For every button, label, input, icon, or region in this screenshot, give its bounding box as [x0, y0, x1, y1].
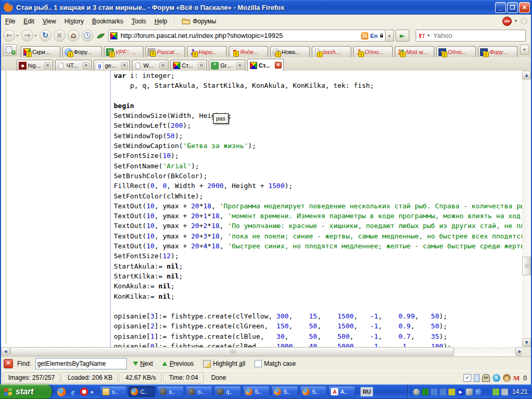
- quick-launch-ie-icon[interactable]: e: [69, 388, 77, 396]
- find-close-button[interactable]: ✕: [4, 359, 13, 368]
- skype-icon[interactable]: S: [493, 374, 500, 382]
- tab[interactable]: !Скри...: [21, 46, 60, 57]
- quick-launch-opera-icon[interactable]: [80, 388, 88, 396]
- forward-button[interactable]: →: [21, 30, 33, 42]
- minimize-button[interactable]: _: [495, 2, 506, 13]
- taskbar-task-firefox[interactable]: S..: [300, 386, 327, 397]
- history-clock-button[interactable]: [82, 30, 94, 42]
- tab[interactable]: ◆hig...✕: [17, 60, 53, 71]
- tray-download-manager-icon[interactable]: [484, 389, 490, 395]
- taskbar-task-ball[interactable]: o..: [185, 386, 212, 397]
- tab[interactable]: ЧТ...✕: [55, 60, 91, 71]
- adblock-dropdown-icon[interactable]: ▼: [514, 19, 518, 23]
- tab-close-icon[interactable]: ✕: [83, 62, 89, 69]
- vertical-scrollbar[interactable]: ▲ ▼: [522, 71, 531, 347]
- tab-list-dropdown[interactable]: ▼: [520, 45, 529, 55]
- rip-icon[interactable]: RIP: [482, 374, 490, 382]
- translate-lang-label[interactable]: En: [370, 33, 378, 39]
- adblock-icon[interactable]: ABP: [502, 17, 512, 26]
- tray-net-activity-icon[interactable]: [413, 389, 420, 395]
- title-bar[interactable]: Стаи рыб.. 1 хищная и 3 стаи мирные.. - …: [0, 0, 532, 15]
- taskbar-clock[interactable]: 14:21: [512, 388, 528, 395]
- scroll-left-button[interactable]: ◀: [1, 347, 10, 356]
- search-box[interactable]: Y! ▼: [416, 30, 526, 42]
- vertical-scroll-thumb[interactable]: [522, 257, 531, 275]
- taskbar-task-acrobat[interactable]: AA..: [328, 386, 355, 397]
- tray-green-grid-icon[interactable]: [422, 389, 429, 395]
- tray-media-player-icon[interactable]: ▶: [457, 389, 464, 395]
- tab-close-icon[interactable]: ✕: [236, 62, 243, 69]
- tray-volume-icon[interactable]: [501, 389, 508, 395]
- tab-close-icon[interactable]: ✕: [275, 62, 282, 69]
- menu-bookmarks[interactable]: Bookmarks: [88, 16, 127, 27]
- taskbar-task-ball[interactable]: q..: [214, 386, 241, 397]
- go-button[interactable]: ►: [395, 30, 409, 42]
- url-history-dropdown[interactable]: ▼: [385, 30, 394, 42]
- scroll-down-button[interactable]: ▼: [522, 338, 531, 347]
- taskbar-task-firefox[interactable]: C..: [128, 386, 155, 397]
- search-engine-dropdown-icon[interactable]: ▼: [427, 33, 431, 38]
- close-button[interactable]: ✕: [519, 2, 530, 13]
- tab[interactable]: gge...✕: [94, 60, 130, 71]
- tab-close-icon[interactable]: ✕: [159, 62, 166, 69]
- tray-agent-icon[interactable]: [475, 389, 482, 395]
- taskbar-task-ball[interactable]: s..: [157, 386, 184, 397]
- menu-file[interactable]: File: [1, 16, 19, 27]
- tray-network-pc-a-icon[interactable]: [431, 389, 437, 395]
- tab[interactable]: !Одно...: [353, 46, 393, 57]
- match-case-checkbox[interactable]: Match case: [252, 359, 298, 368]
- language-indicator[interactable]: RU: [361, 387, 373, 396]
- tab[interactable]: Ст...✕: [170, 60, 207, 71]
- tab-close-icon[interactable]: ✕: [121, 62, 128, 69]
- taskbar-task-firefox[interactable]: S..: [271, 386, 298, 397]
- taskbar-task-firefox[interactable]: S..: [243, 386, 270, 397]
- menu-tools[interactable]: Tools: [127, 16, 150, 27]
- tab[interactable]: Gr...✕: [209, 60, 245, 71]
- rss-feed-icon[interactable]: [361, 32, 368, 39]
- tray-wand-icon[interactable]: [466, 389, 473, 395]
- leaf-icon[interactable]: [97, 31, 105, 41]
- forward-dropdown-icon[interactable]: ▼: [34, 34, 37, 37]
- yahoo-logo-icon[interactable]: Y!: [418, 32, 425, 40]
- horizontal-scrollbar[interactable]: ◀ ▶: [1, 347, 524, 356]
- quick-launch-firefox-icon[interactable]: [57, 388, 66, 396]
- tab[interactable]: !Мой м...: [395, 46, 434, 57]
- find-highlight-all-button[interactable]: Highlight all: [201, 359, 247, 369]
- find-next-button[interactable]: Next: [131, 358, 155, 369]
- reload-button[interactable]: ↻: [39, 30, 51, 42]
- maximize-button[interactable]: ❐: [507, 2, 518, 13]
- tab[interactable]: V!VPF:: ...: [104, 46, 143, 57]
- tab[interactable]: !Pascal...: [145, 46, 185, 57]
- url-input[interactable]: [119, 31, 359, 40]
- tray-network-pc-b-icon[interactable]: [440, 389, 446, 395]
- tab[interactable]: W...✕: [132, 60, 168, 71]
- find-previous-button[interactable]: Previous: [160, 358, 196, 369]
- bookmarks-folder-forums[interactable]: Форумы: [179, 17, 219, 26]
- back-button[interactable]: ←: [3, 30, 15, 42]
- start-button[interactable]: start: [0, 384, 52, 399]
- back-dropdown-icon[interactable]: ▼: [16, 34, 19, 37]
- stop-button[interactable]: ×: [54, 30, 65, 42]
- tab-close-icon[interactable]: ✕: [198, 62, 205, 69]
- search-input[interactable]: [432, 31, 526, 40]
- horizontal-scroll-thumb[interactable]: [10, 347, 454, 356]
- tab-active[interactable]: Ст...✕: [247, 59, 284, 71]
- tray-video-driver-icon[interactable]: [493, 389, 499, 395]
- tab[interactable]: !Фору...: [62, 46, 102, 57]
- tab[interactable]: !bash....: [312, 46, 351, 57]
- tab[interactable]: v!Одно...: [436, 46, 476, 57]
- tab[interactable]: !Нова...: [270, 46, 310, 57]
- tab[interactable]: v!Фору...: [478, 46, 517, 57]
- quick-launch-overflow-icon[interactable]: »: [90, 389, 94, 395]
- home-button[interactable]: ⌂: [68, 30, 79, 42]
- taskbar-task-folder[interactable]: s..: [100, 386, 127, 397]
- gmail-icon[interactable]: M: [513, 374, 520, 382]
- scroll-up-button[interactable]: ▲: [522, 71, 531, 79]
- tab[interactable]: Я!Янде...: [229, 46, 268, 57]
- frame-icon[interactable]: [474, 374, 480, 382]
- checkbox-icon[interactable]: [255, 360, 262, 367]
- find-input[interactable]: [35, 358, 127, 369]
- edit-check-icon[interactable]: ✓: [463, 374, 471, 382]
- url-bar[interactable]: En: [108, 30, 385, 42]
- tab[interactable]: !Наро...: [187, 46, 227, 57]
